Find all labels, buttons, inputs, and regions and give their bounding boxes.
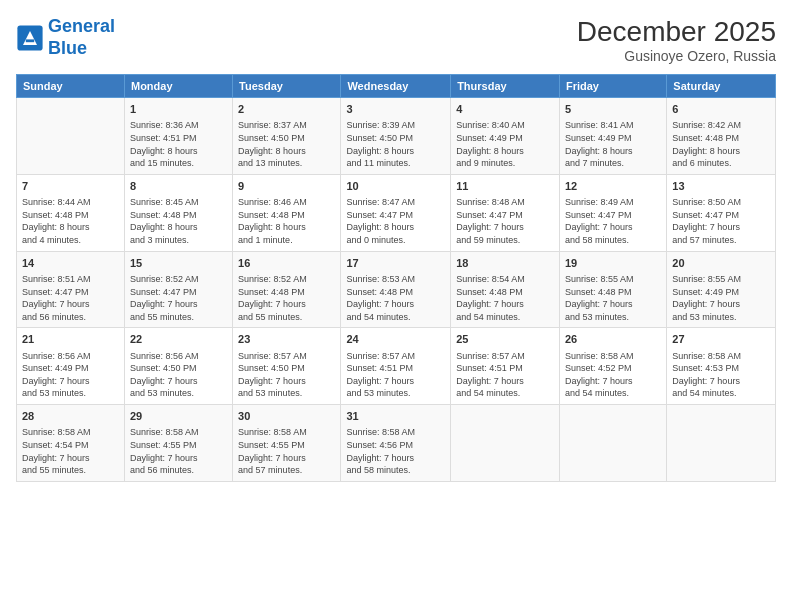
day-info: and 55 minutes. [130,311,227,324]
day-info: and 54 minutes. [456,311,554,324]
day-number: 19 [565,256,661,271]
day-info: Daylight: 7 hours [565,298,661,311]
page: General Blue December 2025 Gusinoye Ozer… [0,0,792,612]
day-info: Sunrise: 8:58 AM [22,426,119,439]
day-cell: 26Sunrise: 8:58 AMSunset: 4:52 PMDayligh… [559,328,666,405]
day-cell: 29Sunrise: 8:58 AMSunset: 4:55 PMDayligh… [124,405,232,482]
col-monday: Monday [124,75,232,98]
day-cell: 16Sunrise: 8:52 AMSunset: 4:48 PMDayligh… [233,251,341,328]
day-cell: 27Sunrise: 8:58 AMSunset: 4:53 PMDayligh… [667,328,776,405]
day-cell: 24Sunrise: 8:57 AMSunset: 4:51 PMDayligh… [341,328,451,405]
day-info: and 11 minutes. [346,157,445,170]
day-info: and 53 minutes. [672,311,770,324]
day-info: Sunrise: 8:51 AM [22,273,119,286]
day-number: 21 [22,332,119,347]
day-info: Daylight: 7 hours [456,298,554,311]
day-info: and 1 minute. [238,234,335,247]
day-info: Sunset: 4:49 PM [672,286,770,299]
day-info: Sunset: 4:48 PM [672,132,770,145]
day-info: Sunrise: 8:44 AM [22,196,119,209]
day-info: and 54 minutes. [456,387,554,400]
col-tuesday: Tuesday [233,75,341,98]
day-info: Sunset: 4:48 PM [238,209,335,222]
day-cell: 5Sunrise: 8:41 AMSunset: 4:49 PMDaylight… [559,98,666,175]
day-info: Daylight: 7 hours [22,298,119,311]
day-number: 6 [672,102,770,117]
day-info: and 58 minutes. [565,234,661,247]
day-info: Sunrise: 8:45 AM [130,196,227,209]
day-info: Sunset: 4:49 PM [565,132,661,145]
day-info: Daylight: 7 hours [672,375,770,388]
day-number: 13 [672,179,770,194]
day-info: and 57 minutes. [672,234,770,247]
day-info: Daylight: 8 hours [346,145,445,158]
day-cell [451,405,560,482]
day-info: Daylight: 8 hours [238,221,335,234]
day-info: and 15 minutes. [130,157,227,170]
day-info: Sunset: 4:50 PM [346,132,445,145]
day-cell: 22Sunrise: 8:56 AMSunset: 4:50 PMDayligh… [124,328,232,405]
day-info: and 56 minutes. [22,311,119,324]
day-number: 10 [346,179,445,194]
day-cell: 20Sunrise: 8:55 AMSunset: 4:49 PMDayligh… [667,251,776,328]
day-info: Sunrise: 8:48 AM [456,196,554,209]
day-number: 14 [22,256,119,271]
day-info: Sunrise: 8:55 AM [672,273,770,286]
header: General Blue December 2025 Gusinoye Ozer… [16,16,776,64]
day-number: 17 [346,256,445,271]
day-cell: 30Sunrise: 8:58 AMSunset: 4:55 PMDayligh… [233,405,341,482]
day-info: Sunrise: 8:53 AM [346,273,445,286]
col-friday: Friday [559,75,666,98]
day-number: 25 [456,332,554,347]
day-number: 26 [565,332,661,347]
day-info: Daylight: 7 hours [346,452,445,465]
day-info: Sunrise: 8:49 AM [565,196,661,209]
day-info: and 55 minutes. [238,311,335,324]
day-info: and 6 minutes. [672,157,770,170]
day-info: Sunset: 4:48 PM [565,286,661,299]
day-info: Sunrise: 8:58 AM [346,426,445,439]
day-info: Sunset: 4:47 PM [22,286,119,299]
day-info: Sunset: 4:56 PM [346,439,445,452]
day-cell [17,98,125,175]
day-info: and 7 minutes. [565,157,661,170]
day-info: Sunrise: 8:57 AM [346,350,445,363]
day-info: and 56 minutes. [130,464,227,477]
day-info: Daylight: 8 hours [238,145,335,158]
day-info: Daylight: 7 hours [672,298,770,311]
header-row: Sunday Monday Tuesday Wednesday Thursday… [17,75,776,98]
day-info: Sunrise: 8:47 AM [346,196,445,209]
day-info: Sunset: 4:47 PM [346,209,445,222]
day-info: Sunset: 4:55 PM [130,439,227,452]
day-cell [667,405,776,482]
day-number: 15 [130,256,227,271]
day-info: and 57 minutes. [238,464,335,477]
day-info: Daylight: 7 hours [22,375,119,388]
day-info: Sunset: 4:52 PM [565,362,661,375]
location: Gusinoye Ozero, Russia [577,48,776,64]
day-info: Sunset: 4:47 PM [456,209,554,222]
day-info: Daylight: 8 hours [130,145,227,158]
day-info: Sunrise: 8:58 AM [130,426,227,439]
day-info: Sunrise: 8:41 AM [565,119,661,132]
day-info: and 53 minutes. [238,387,335,400]
day-info: Sunrise: 8:58 AM [565,350,661,363]
day-info: Sunrise: 8:36 AM [130,119,227,132]
week-row-3: 21Sunrise: 8:56 AMSunset: 4:49 PMDayligh… [17,328,776,405]
day-info: Sunrise: 8:58 AM [672,350,770,363]
day-number: 24 [346,332,445,347]
day-info: Daylight: 7 hours [130,298,227,311]
day-info: Sunrise: 8:52 AM [238,273,335,286]
day-cell: 14Sunrise: 8:51 AMSunset: 4:47 PMDayligh… [17,251,125,328]
logo: General Blue [16,16,115,59]
day-info: Sunrise: 8:42 AM [672,119,770,132]
col-sunday: Sunday [17,75,125,98]
col-saturday: Saturday [667,75,776,98]
day-cell: 4Sunrise: 8:40 AMSunset: 4:49 PMDaylight… [451,98,560,175]
day-cell: 9Sunrise: 8:46 AMSunset: 4:48 PMDaylight… [233,174,341,251]
day-info: Sunset: 4:51 PM [456,362,554,375]
day-info: Sunrise: 8:57 AM [456,350,554,363]
day-info: and 53 minutes. [130,387,227,400]
day-info: Sunrise: 8:52 AM [130,273,227,286]
day-number: 1 [130,102,227,117]
